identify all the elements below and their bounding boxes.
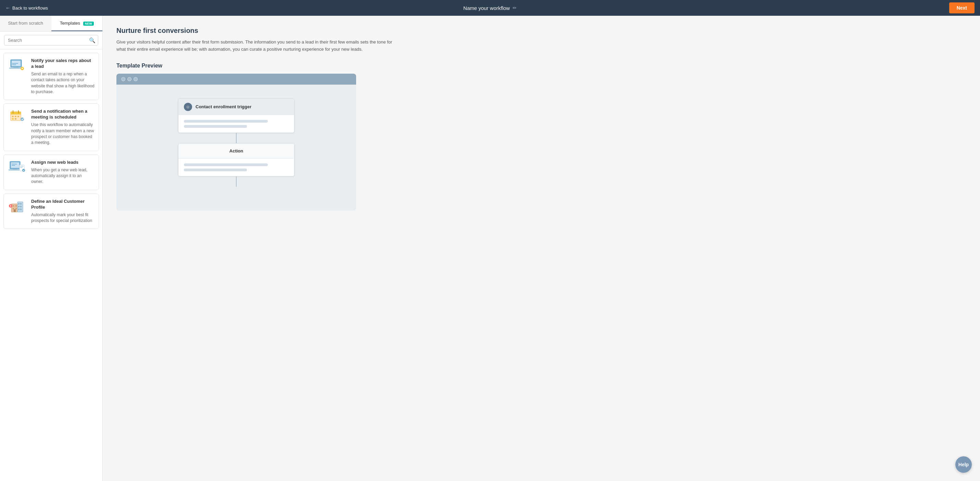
svg-rect-25 bbox=[12, 165, 15, 166]
titlebar-dot-2 bbox=[127, 77, 132, 81]
svg-rect-8 bbox=[22, 68, 22, 69]
tab-templates[interactable]: Templates NEW bbox=[51, 16, 103, 31]
trigger-lines bbox=[178, 115, 294, 132]
template-card[interactable]: Notify your sales reps about a lead Send… bbox=[3, 53, 99, 100]
panel-title: Nurture first conversions bbox=[116, 27, 966, 35]
template-desc: Automatically mark your best fit prospec… bbox=[31, 212, 94, 224]
svg-rect-33 bbox=[13, 208, 14, 209]
titlebar-dot-3 bbox=[134, 77, 138, 81]
right-panel: Nurture first conversions Give your visi… bbox=[103, 16, 980, 481]
trigger-avatar-icon: ☺ bbox=[184, 103, 192, 111]
template-desc: When you get a new web lead, automatical… bbox=[31, 167, 94, 185]
template-info: Notify your sales reps about a lead Send… bbox=[31, 58, 94, 95]
action-line-1 bbox=[184, 163, 268, 166]
svg-rect-45 bbox=[10, 205, 11, 207]
preview-window: ☺ Contact enrollment trigger Action bbox=[116, 74, 356, 211]
svg-rect-31 bbox=[13, 205, 14, 207]
template-icon bbox=[8, 58, 27, 73]
svg-rect-11 bbox=[11, 113, 21, 115]
svg-rect-3 bbox=[13, 67, 19, 68]
panel-desc: Give your visitors helpful content after… bbox=[116, 39, 397, 53]
svg-rect-14 bbox=[18, 116, 19, 117]
trigger-label: Contact enrollment trigger bbox=[196, 104, 251, 109]
sidebar-tabs: Start from scratch Templates NEW bbox=[0, 16, 102, 32]
top-nav: ← Back to workflows Name your workflow ✏… bbox=[0, 0, 980, 16]
back-button[interactable]: ← Back to workflows bbox=[5, 5, 48, 11]
template-name: Assign new web leads bbox=[31, 160, 94, 166]
preview-body: ☺ Contact enrollment trigger Action bbox=[116, 84, 356, 201]
template-desc: Use this workflow to automatically notif… bbox=[31, 122, 94, 146]
preview-label: Template Preview bbox=[116, 63, 966, 69]
svg-rect-34 bbox=[16, 208, 17, 209]
template-info: Assign new web leads When you get a new … bbox=[31, 160, 94, 185]
template-info: Send a notification when a meeting is sc… bbox=[31, 108, 94, 146]
svg-rect-35 bbox=[14, 209, 16, 212]
trigger-card: ☺ Contact enrollment trigger bbox=[178, 98, 294, 133]
action-lines bbox=[178, 159, 294, 176]
template-icon bbox=[8, 160, 27, 175]
search-wrapper: 🔍 bbox=[0, 32, 102, 49]
workflow-title-text: Name your workflow bbox=[463, 5, 510, 11]
preview-titlebar bbox=[116, 74, 356, 84]
template-name: Send a notification when a meeting is sc… bbox=[31, 108, 94, 120]
trigger-line-1 bbox=[184, 120, 268, 123]
workflow-title-container: Name your workflow ✏ bbox=[463, 5, 517, 11]
template-list: Notify your sales reps about a lead Send… bbox=[0, 49, 102, 481]
action-header: Action bbox=[178, 143, 294, 159]
svg-rect-4 bbox=[12, 63, 18, 64]
tab-scratch[interactable]: Start from scratch bbox=[0, 16, 51, 31]
trigger-header: ☺ Contact enrollment trigger bbox=[178, 99, 294, 115]
back-arrow-icon: ← bbox=[5, 5, 10, 11]
svg-rect-41 bbox=[18, 209, 19, 210]
svg-rect-28 bbox=[20, 167, 22, 168]
search-input[interactable] bbox=[4, 35, 98, 46]
new-badge: NEW bbox=[83, 22, 94, 26]
template-info: Define an Ideal Customer Profile Automat… bbox=[31, 199, 94, 224]
search-icon[interactable]: 🔍 bbox=[89, 37, 95, 43]
svg-rect-39 bbox=[18, 206, 19, 207]
template-name: Notify your sales reps about a lead bbox=[31, 58, 94, 70]
connector-line bbox=[236, 133, 237, 143]
titlebar-dot-1 bbox=[121, 77, 125, 81]
svg-rect-24 bbox=[12, 164, 17, 164]
template-card[interactable]: Assign new web leads When you get a new … bbox=[3, 154, 99, 190]
svg-point-29 bbox=[22, 169, 25, 172]
template-icon bbox=[8, 199, 27, 214]
svg-rect-16 bbox=[15, 118, 16, 119]
svg-rect-40 bbox=[20, 206, 22, 207]
svg-rect-5 bbox=[12, 64, 16, 65]
main-layout: Start from scratch Templates NEW 🔍 bbox=[0, 16, 980, 481]
svg-rect-13 bbox=[15, 116, 16, 117]
svg-rect-27 bbox=[20, 166, 24, 167]
template-icon bbox=[8, 108, 27, 124]
template-card[interactable]: Define an Ideal Customer Profile Automat… bbox=[3, 194, 99, 229]
action-line-2 bbox=[184, 169, 247, 171]
help-button[interactable]: Help bbox=[955, 456, 972, 473]
template-card[interactable]: Send a notification when a meeting is sc… bbox=[3, 104, 99, 151]
connector-line-bottom bbox=[236, 177, 237, 187]
svg-rect-32 bbox=[16, 205, 17, 207]
template-name: Define an Ideal Customer Profile bbox=[31, 199, 94, 210]
svg-rect-38 bbox=[20, 203, 22, 204]
svg-rect-42 bbox=[20, 209, 22, 210]
action-card: Action bbox=[178, 143, 294, 177]
template-desc: Send an email to a rep when a contact ta… bbox=[31, 71, 94, 95]
trigger-line-2 bbox=[184, 125, 247, 128]
svg-point-19 bbox=[21, 118, 24, 121]
next-button[interactable]: Next bbox=[949, 2, 975, 13]
back-label: Back to workflows bbox=[12, 5, 48, 11]
edit-icon[interactable]: ✏ bbox=[512, 5, 517, 11]
svg-rect-15 bbox=[12, 118, 14, 119]
svg-rect-12 bbox=[12, 116, 14, 117]
sidebar: Start from scratch Templates NEW 🔍 bbox=[0, 16, 103, 481]
svg-rect-23 bbox=[13, 169, 18, 170]
svg-rect-37 bbox=[18, 203, 19, 204]
